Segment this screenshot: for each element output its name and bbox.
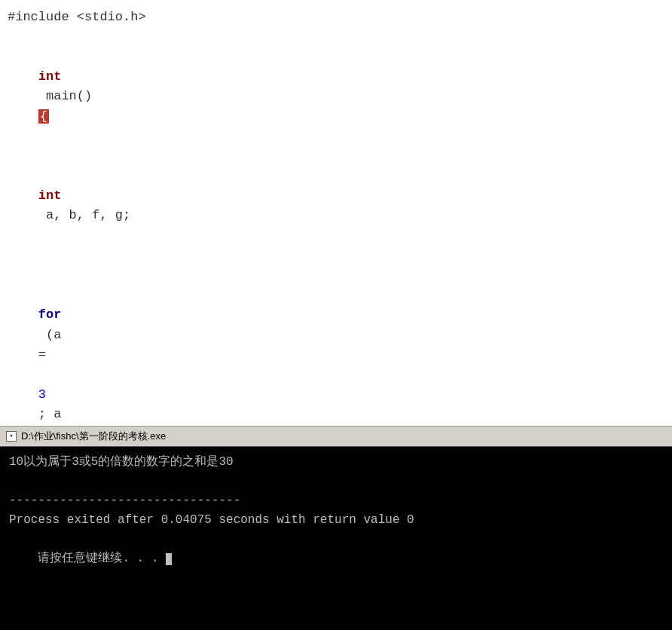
terminal-blank	[9, 472, 663, 492]
keyword-int-vars: int	[38, 188, 62, 203]
terminal-icon: ▪	[6, 431, 17, 442]
terminal-header: ▪ D:\作业\fishc\第一阶段的考核.exe	[0, 426, 672, 447]
code-line-blank2	[8, 246, 664, 265]
main-func: main()	[38, 89, 100, 103]
open-brace-main: {	[38, 109, 49, 124]
code-line-blank1	[8, 27, 664, 47]
code-line-main: int main() {	[8, 47, 664, 147]
terminal-body: 10以为属于3或5的倍数的数字的之和是30 ------------------…	[0, 447, 672, 630]
keyword-for: for	[38, 307, 62, 322]
terminal-separator: --------------------------------	[9, 491, 663, 511]
code-editor: #include <stdio.h> int main() { int a, b…	[0, 0, 672, 426]
keyword-int: int	[38, 69, 62, 84]
var-list: a, b, f, g;	[38, 208, 130, 222]
code-line-vars: int a, b, f, g;	[8, 146, 664, 246]
terminal-continue-line: 请按任意键继续. . .	[9, 530, 663, 588]
code-line-include: #include <stdio.h>	[8, 8, 664, 27]
terminal-cursor	[166, 553, 172, 565]
terminal-process-line: Process exited after 0.04075 seconds wit…	[9, 511, 663, 531]
code-line-for: for (a = 3 ; a < 9 ; a++) {	[8, 265, 664, 426]
terminal-title: D:\作业\fishc\第一阶段的考核.exe	[21, 430, 166, 443]
terminal-output-line1: 10以为属于3或5的倍数的数字的之和是30	[9, 453, 663, 472]
